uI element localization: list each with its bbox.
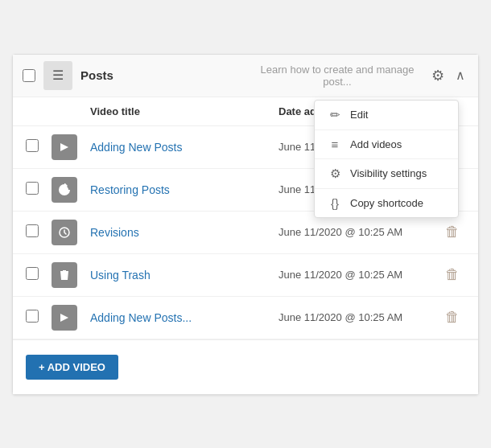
row-date-3: June 11/2020 @ 10:25 AM xyxy=(279,226,439,238)
menu-item-edit-label: Edit xyxy=(350,109,368,121)
add-video-button[interactable]: + ADD VIDEO xyxy=(26,355,118,380)
video-icon-4 xyxy=(52,262,77,288)
settings-button[interactable]: ⚙ xyxy=(428,65,448,86)
row-checkbox-5[interactable] xyxy=(26,310,52,326)
add-videos-icon: ≡ xyxy=(328,138,342,151)
visibility-icon: ⚙ xyxy=(328,166,342,181)
menu-item-visibility[interactable]: ⚙ Visibility settings xyxy=(315,159,458,189)
video-icon-5 xyxy=(52,305,77,331)
checkbox-1[interactable] xyxy=(26,139,39,152)
menu-item-add-videos[interactable]: ≡ Add videos xyxy=(315,130,458,159)
table-row: Adding New Posts... June 11/2020 @ 10:25… xyxy=(13,297,478,339)
collapse-button[interactable]: ∧ xyxy=(452,66,468,84)
checkbox-5[interactable] xyxy=(26,310,39,323)
list-icon: ☰ xyxy=(52,68,64,83)
row-trash-3[interactable]: 🗑 xyxy=(439,224,465,240)
row-icon-4 xyxy=(52,262,90,288)
posts-card: ☰ Posts Learn how to create and manage p… xyxy=(12,54,479,395)
footer: + ADD VIDEO xyxy=(13,339,478,394)
row-checkbox-1[interactable] xyxy=(26,139,52,155)
list-view-button[interactable]: ☰ xyxy=(43,61,72,90)
row-date-4: June 11/2020 @ 10:25 AM xyxy=(279,269,439,281)
row-title-2[interactable]: Restoring Posts xyxy=(90,183,279,196)
gear-icon: ⚙ xyxy=(431,68,444,84)
row-icon-5 xyxy=(52,305,90,331)
header-actions: ⚙ ∧ xyxy=(428,65,468,86)
help-link[interactable]: Learn how to create and manage post... xyxy=(254,64,420,88)
col-check-header xyxy=(26,105,52,117)
table-row: Using Trash June 11/2020 @ 10:25 AM 🗑 xyxy=(13,254,478,297)
checkbox-4[interactable] xyxy=(26,267,39,280)
col-title-header: Video title xyxy=(90,105,279,117)
row-date-5: June 11/2020 @ 10:25 AM xyxy=(279,311,439,323)
card-title: Posts xyxy=(80,68,246,82)
row-title-5[interactable]: Adding New Posts... xyxy=(90,311,279,324)
video-icon-2 xyxy=(52,177,77,203)
col-icon-header xyxy=(52,105,90,117)
menu-item-visibility-label: Visibility settings xyxy=(350,167,427,179)
checkbox-2[interactable] xyxy=(26,182,39,195)
edit-icon: ✏ xyxy=(328,108,342,122)
shortcode-icon: {} xyxy=(328,196,342,210)
row-title-1[interactable]: Adding New Posts xyxy=(90,141,279,154)
row-checkbox-3[interactable] xyxy=(26,224,52,240)
video-icon-3 xyxy=(52,220,77,245)
card-header: ☰ Posts Learn how to create and manage p… xyxy=(13,55,478,97)
menu-item-edit[interactable]: ✏ Edit xyxy=(315,101,458,130)
row-title-3[interactable]: Revisions xyxy=(90,226,279,239)
row-checkbox-4[interactable] xyxy=(26,267,52,283)
row-icon-2 xyxy=(52,177,90,203)
menu-item-add-videos-label: Add videos xyxy=(350,138,402,150)
menu-item-copy-shortcode[interactable]: {} Copy shortcode xyxy=(315,189,458,217)
row-trash-5[interactable]: 🗑 xyxy=(439,309,465,326)
row-trash-4[interactable]: 🗑 xyxy=(439,266,465,283)
row-icon-1 xyxy=(52,134,90,160)
chevron-up-icon: ∧ xyxy=(456,68,465,82)
video-icon-1 xyxy=(52,134,77,160)
checkbox-3[interactable] xyxy=(26,224,39,237)
row-title-4[interactable]: Using Trash xyxy=(90,269,279,282)
row-checkbox-2[interactable] xyxy=(26,182,52,198)
context-menu: ✏ Edit ≡ Add videos ⚙ Visibility setting… xyxy=(314,100,459,218)
header-checkbox[interactable] xyxy=(23,69,35,82)
row-icon-3 xyxy=(52,220,90,245)
menu-item-copy-shortcode-label: Copy shortcode xyxy=(350,197,423,209)
